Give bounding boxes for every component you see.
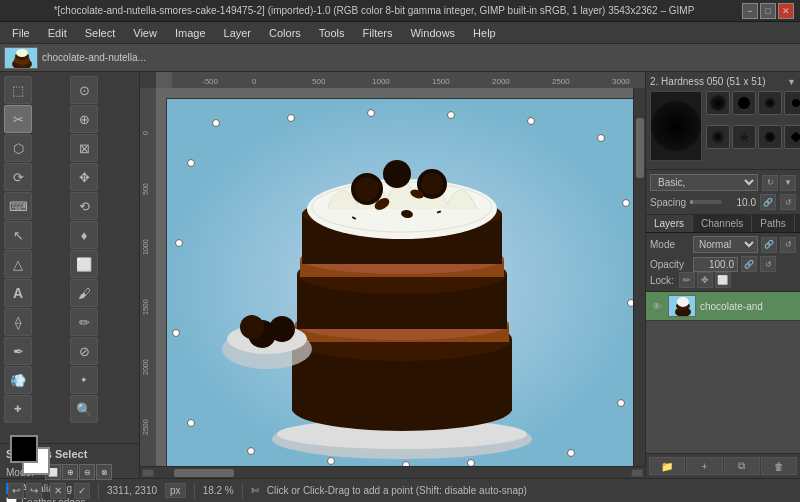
unit-selector[interactable]: px	[165, 483, 186, 498]
tool-clone[interactable]: ✦	[70, 366, 98, 394]
menu-tools[interactable]: Tools	[311, 25, 353, 41]
selection-handle[interactable]	[617, 399, 625, 407]
tool-airbrush[interactable]: 💨	[4, 366, 32, 394]
selection-handle[interactable]	[597, 134, 605, 142]
canvas-inner[interactable]	[156, 88, 645, 466]
menu-view[interactable]: View	[125, 25, 165, 41]
tool-rotate[interactable]: ⟲	[70, 192, 98, 220]
tool-move[interactable]: ✥	[70, 163, 98, 191]
selection-handle[interactable]	[287, 114, 295, 122]
selection-handle[interactable]	[172, 329, 180, 337]
brush-swatch-star[interactable]: ★	[732, 125, 756, 149]
tool-foreground-select[interactable]: ⊠	[70, 134, 98, 162]
vertical-scrollbar[interactable]	[633, 88, 645, 466]
tool-rect-select[interactable]: ⬚	[4, 76, 32, 104]
tool-text[interactable]: A	[4, 279, 32, 307]
mode-chain[interactable]: 🔗	[761, 237, 777, 253]
tab-layers[interactable]: Layers	[646, 215, 693, 232]
preset-menu[interactable]: ▼	[780, 175, 796, 191]
menu-image[interactable]: Image	[167, 25, 214, 41]
layer-visibility-toggle[interactable]: 👁	[650, 299, 664, 313]
horizontal-scrollbar[interactable]	[140, 466, 645, 478]
tool-pencil[interactable]: ✏	[70, 308, 98, 336]
maximize-button[interactable]: □	[760, 3, 776, 19]
tool-free-select[interactable]: ⬡	[4, 134, 32, 162]
spacing-bar[interactable]	[690, 200, 722, 204]
brush-swatch-4[interactable]	[784, 91, 800, 115]
tool-crop[interactable]: ⌨	[4, 192, 32, 220]
selection-handle[interactable]	[212, 119, 220, 127]
selection-handle[interactable]	[187, 419, 195, 427]
tool-flip[interactable]: ⬜	[70, 250, 98, 278]
menu-filters[interactable]: Filters	[355, 25, 401, 41]
tool-align[interactable]: ⟳	[4, 163, 32, 191]
layer-item[interactable]: 👁 chocolate-and	[646, 292, 800, 321]
duplicate-layer[interactable]: ⧉	[724, 457, 760, 475]
opacity-reset[interactable]: ↺	[760, 256, 776, 272]
preset-refresh[interactable]: ↻	[762, 175, 778, 191]
brush-swatch-3[interactable]	[758, 91, 782, 115]
image-canvas[interactable]	[166, 98, 636, 466]
cancel-button[interactable]: ✕	[50, 483, 66, 499]
tool-ellipse-select[interactable]: ⊙	[70, 76, 98, 104]
hscroll-right-arrow[interactable]	[631, 469, 643, 477]
menu-windows[interactable]: Windows	[402, 25, 463, 41]
hscroll-left-arrow[interactable]	[142, 469, 154, 477]
menu-file[interactable]: File	[4, 25, 38, 41]
preset-select[interactable]: Basic,	[650, 174, 758, 191]
minimize-button[interactable]: −	[742, 3, 758, 19]
hscroll-thumb[interactable]	[174, 469, 234, 477]
tool-heal[interactable]: ✚	[4, 395, 32, 423]
spacing-chain[interactable]: 🔗	[760, 194, 776, 210]
lock-position[interactable]: ✥	[697, 272, 713, 288]
selection-handle[interactable]	[622, 199, 630, 207]
mode-select[interactable]: Normal	[693, 236, 758, 253]
selection-handle[interactable]	[402, 461, 410, 466]
mode-add[interactable]: ⊕	[62, 464, 78, 480]
menu-colors[interactable]: Colors	[261, 25, 309, 41]
opacity-chain[interactable]: 🔗	[741, 256, 757, 272]
tool-perspective[interactable]: △	[4, 250, 32, 278]
lock-pixels[interactable]: ✏	[679, 272, 695, 288]
new-layer[interactable]: +	[686, 457, 722, 475]
brush-swatch-1[interactable]	[706, 91, 730, 115]
opacity-input[interactable]	[693, 257, 738, 272]
selection-handle[interactable]	[447, 111, 455, 119]
close-button[interactable]: ✕	[778, 3, 794, 19]
selection-handle[interactable]	[527, 117, 535, 125]
tab-paths[interactable]: Paths	[752, 215, 795, 232]
mode-subtract[interactable]: ⊖	[79, 464, 95, 480]
new-layer-group[interactable]: 📁	[649, 457, 685, 475]
brush-swatch-9[interactable]	[784, 125, 800, 149]
tool-zoom[interactable]: 🔍	[70, 395, 98, 423]
menu-edit[interactable]: Edit	[40, 25, 75, 41]
tool-paintbrush[interactable]: ✒	[4, 337, 32, 365]
selection-handle[interactable]	[247, 447, 255, 455]
selection-handle[interactable]	[567, 449, 575, 457]
tool-shear[interactable]: ♦	[70, 221, 98, 249]
spacing-reset[interactable]: ↺	[780, 194, 796, 210]
brush-swatch-6[interactable]	[706, 125, 730, 149]
mode-intersect[interactable]: ⊗	[96, 464, 112, 480]
undo-button[interactable]: ↩	[8, 483, 24, 499]
apply-button[interactable]: ✓	[74, 483, 90, 499]
foreground-color[interactable]	[10, 435, 38, 463]
menu-help[interactable]: Help	[465, 25, 504, 41]
tool-eraser[interactable]: ⊘	[70, 337, 98, 365]
delete-layer[interactable]: 🗑	[761, 457, 797, 475]
selection-handle[interactable]	[367, 109, 375, 117]
tool-scale[interactable]: ↖	[4, 221, 32, 249]
vscroll-thumb[interactable]	[636, 118, 644, 178]
selection-handle[interactable]	[327, 457, 335, 465]
tool-bucket[interactable]: 🖌	[70, 279, 98, 307]
selection-handle[interactable]	[467, 459, 475, 466]
selection-handle[interactable]	[187, 159, 195, 167]
brush-swatch-8[interactable]	[758, 125, 782, 149]
tool-fuzzy-select[interactable]: ⊕	[70, 105, 98, 133]
menu-layer[interactable]: Layer	[216, 25, 260, 41]
brush-panel-collapse[interactable]: ▼	[787, 77, 796, 87]
lock-alpha[interactable]: ⬜	[715, 272, 731, 288]
tool-scissors[interactable]: ✂	[4, 105, 32, 133]
mode-reset[interactable]: ↺	[780, 237, 796, 253]
tool-blend[interactable]: ⟠	[4, 308, 32, 336]
